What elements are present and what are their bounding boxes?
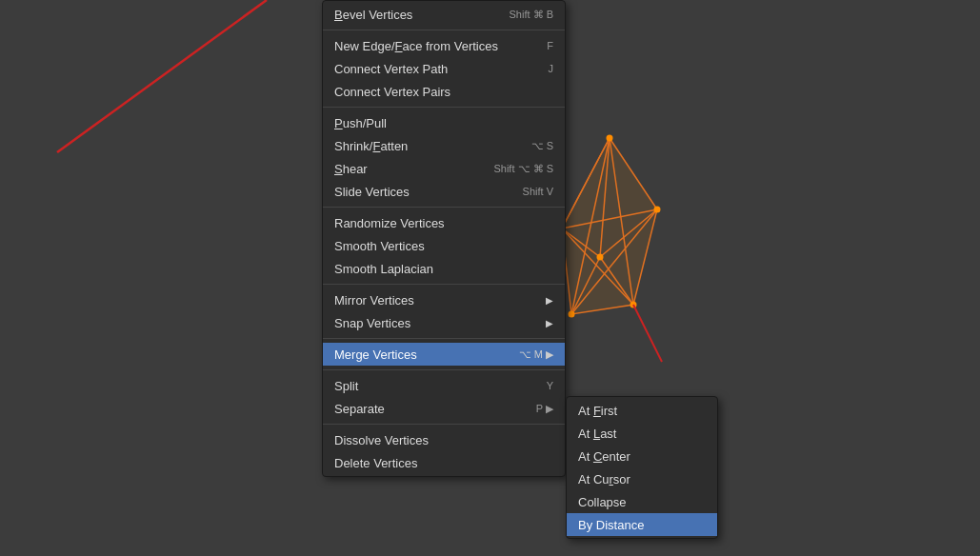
- menu-item-split[interactable]: Split Y: [323, 374, 565, 397]
- separator-6: [323, 369, 565, 370]
- submenu-item-at-center[interactable]: At Center: [567, 445, 717, 467]
- menu-label-smooth-laplacian: Smooth Laplacian: [334, 262, 433, 276]
- menu-item-merge-vertices[interactable]: Merge Vertices ⌥ M ▶: [323, 343, 565, 366]
- submenu-label-at-center: At Center: [578, 449, 630, 464]
- menu-item-slide-vertices[interactable]: Slide Vertices Shift V: [323, 180, 565, 203]
- submenu-label-at-first: At First: [578, 404, 617, 418]
- menu-item-connect-vertex-pairs[interactable]: Connect Vertex Pairs: [323, 80, 565, 103]
- menu-item-connect-vertex-path[interactable]: Connect Vertex Path J: [323, 57, 565, 80]
- menu-label-bevel-vertices: Bevel Vertices: [334, 8, 412, 22]
- menu-item-new-edge-face[interactable]: New Edge/Face from Vertices F: [323, 34, 565, 57]
- menu-label-new-edge-face: New Edge/Face from Vertices: [334, 39, 498, 53]
- menu-label-dissolve-vertices: Dissolve Vertices: [334, 433, 429, 447]
- menu-label-delete-vertices: Delete Vertices: [334, 456, 417, 470]
- shortcut-bevel-vertices: Shift ⌘ B: [510, 9, 553, 21]
- submenu-label-at-last: At Last: [578, 427, 616, 441]
- menu-label-split: Split: [334, 379, 358, 393]
- menu-label-shear: Shear: [334, 162, 368, 176]
- menu-label-snap-vertices: Snap Vertices: [334, 316, 410, 330]
- separator-3: [323, 207, 565, 208]
- submenu-merge-vertices: At First At Last At Center At Cursor Col…: [566, 396, 718, 539]
- menu-label-smooth-vertices: Smooth Vertices: [334, 239, 425, 253]
- submenu-item-by-distance[interactable]: By Distance: [567, 513, 717, 536]
- arrow-snap-vertices: ▶: [546, 318, 553, 328]
- menu-label-shrink-fatten: Shrink/Fatten: [334, 139, 408, 153]
- menu-item-shrink-fatten[interactable]: Shrink/Fatten ⌥ S: [323, 134, 565, 157]
- submenu-item-at-last[interactable]: At Last: [567, 422, 717, 445]
- menu-label-mirror-vertices: Mirror Vertices: [334, 293, 414, 308]
- menu-label-connect-vertex-pairs: Connect Vertex Pairs: [334, 85, 450, 99]
- shortcut-shear: Shift ⌥ ⌘ S: [493, 163, 553, 175]
- submenu-label-at-cursor: At Cursor: [578, 472, 630, 486]
- menu-item-separate[interactable]: Separate P ▶: [323, 397, 565, 420]
- menu-item-smooth-laplacian[interactable]: Smooth Laplacian: [323, 257, 565, 280]
- shortcut-merge-vertices: ⌥ M ▶: [519, 348, 553, 361]
- menu-item-randomize-vertices[interactable]: Randomize Vertices: [323, 211, 565, 234]
- menu-label-separate: Separate: [334, 402, 385, 416]
- separator-7: [323, 424, 565, 425]
- shortcut-shrink-fatten: ⌥ S: [531, 140, 553, 152]
- menu-item-push-pull[interactable]: Push/Pull: [323, 111, 565, 134]
- submenu-item-at-first[interactable]: At First: [567, 399, 717, 422]
- menu-item-bevel-vertices[interactable]: Bevel Vertices Shift ⌘ B: [323, 3, 565, 26]
- menu-item-smooth-vertices[interactable]: Smooth Vertices: [323, 234, 565, 257]
- submenu-item-at-cursor[interactable]: At Cursor: [567, 467, 717, 490]
- submenu-label-by-distance: By Distance: [578, 518, 644, 532]
- menu-label-connect-vertex-path: Connect Vertex Path: [334, 62, 448, 76]
- context-menu: Bevel Vertices Shift ⌘ B New Edge/Face f…: [322, 0, 566, 477]
- menu-item-dissolve-vertices[interactable]: Dissolve Vertices: [323, 428, 565, 451]
- submenu-item-collapse[interactable]: Collapse: [567, 490, 717, 513]
- separator-2: [323, 107, 565, 108]
- menu-item-mirror-vertices[interactable]: Mirror Vertices ▶: [323, 288, 565, 311]
- submenu-label-collapse: Collapse: [578, 495, 627, 509]
- shortcut-slide-vertices: Shift V: [523, 186, 553, 197]
- menu-label-push-pull: Push/Pull: [334, 116, 387, 130]
- separator-4: [323, 284, 565, 285]
- separator-5: [323, 338, 565, 339]
- menu-item-snap-vertices[interactable]: Snap Vertices ▶: [323, 311, 565, 334]
- separator-1: [323, 30, 565, 30]
- arrow-mirror-vertices: ▶: [546, 295, 553, 306]
- shortcut-new-edge-face: F: [547, 40, 553, 51]
- shortcut-separate: P ▶: [536, 403, 553, 415]
- menu-label-randomize-vertices: Randomize Vertices: [334, 216, 445, 230]
- menu-item-delete-vertices[interactable]: Delete Vertices: [323, 451, 565, 474]
- shortcut-connect-vertex-path: J: [549, 63, 554, 74]
- menu-item-shear[interactable]: Shear Shift ⌥ ⌘ S: [323, 157, 565, 180]
- menu-label-slide-vertices: Slide Vertices: [334, 185, 410, 199]
- menu-label-merge-vertices: Merge Vertices: [334, 348, 417, 362]
- shortcut-split: Y: [547, 380, 553, 391]
